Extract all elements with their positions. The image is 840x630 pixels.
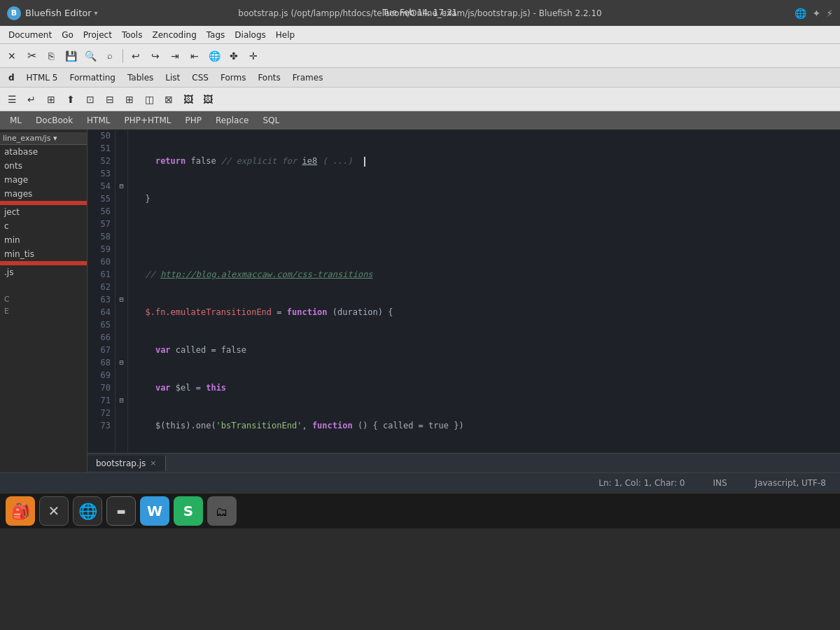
mode-replace[interactable]: Replace: [210, 114, 254, 127]
sidebar-item-ject[interactable]: ject: [0, 205, 87, 219]
mode-html[interactable]: HTML: [81, 114, 115, 127]
menu-document[interactable]: Document: [4, 29, 56, 41]
redo-button[interactable]: ↪: [146, 47, 164, 65]
app-name: Bluefish Editor: [25, 8, 92, 18]
menu-zencoding[interactable]: Zencoding: [148, 29, 200, 41]
code-editor[interactable]: 50 51 52 53 54 55 56 57 58 59 60 61 62 6…: [88, 130, 840, 472]
sidebar-item-min-tis[interactable]: min_tis: [0, 247, 87, 261]
sidebar-item-c[interactable]: c: [0, 219, 87, 233]
app-icon: B: [7, 6, 21, 20]
preview-button[interactable]: 🌐: [205, 47, 223, 65]
sidebar-item-min[interactable]: min: [0, 233, 87, 247]
tab-close-button[interactable]: ×: [150, 458, 156, 468]
menu-go[interactable]: Go: [57, 29, 78, 41]
files-icon: 🗂: [216, 504, 228, 519]
code-line-54: $.fn.emulateTransitionEnd = function (du…: [135, 306, 833, 318]
search2-button[interactable]: ⌕: [101, 47, 119, 65]
sidebar-item-fonts[interactable]: onts: [0, 159, 87, 173]
sidebar-item-database[interactable]: atabase: [0, 145, 87, 159]
taskbar-app-manager[interactable]: 🎒: [6, 496, 35, 526]
tab-fonts[interactable]: Fonts: [252, 71, 286, 84]
taskbar-word[interactable]: W: [140, 496, 169, 526]
code-line-51: }: [135, 192, 833, 205]
mode-sql[interactable]: SQL: [257, 114, 285, 127]
format-btn-1[interactable]: ☰: [3, 90, 21, 108]
settings-icon: ✕: [48, 503, 60, 519]
format-btn-5[interactable]: ⊡: [81, 90, 99, 108]
undo-button[interactable]: ↩: [127, 47, 145, 65]
sidebar-dropdown-label: line_exam/js ▾: [3, 134, 57, 143]
editor-tab-bar: bootstrap.js ×: [88, 453, 840, 472]
tab-frames[interactable]: Frames: [287, 71, 329, 84]
mode-docbook[interactable]: DocBook: [30, 114, 78, 127]
app-manager-icon: 🎒: [11, 503, 30, 520]
save-button[interactable]: 💾: [62, 47, 80, 65]
code-content[interactable]: return false // explicit for ie8 ( ...) …: [128, 130, 840, 453]
line-numbers: 50 51 52 53 54 55 56 57 58 59 60 61 62 6…: [88, 130, 115, 453]
fold-markers: ⊟ ⊟ ⊟ ⊟: [115, 130, 128, 453]
file-sidebar: line_exam/js ▾ atabase onts mage mages j…: [0, 130, 88, 472]
menu-tags[interactable]: Tags: [202, 29, 230, 41]
main-area: line_exam/js ▾ atabase onts mage mages j…: [0, 130, 840, 472]
filebrowser-button[interactable]: ✛: [244, 47, 262, 65]
taskbar-spreadsheet[interactable]: S: [174, 496, 203, 526]
clock: Tue Feb 14, 17:31: [383, 0, 458, 26]
code-line-57: $(this).one('bsTransitionEnd', function …: [135, 419, 833, 432]
bluetooth-icon: ✦: [812, 8, 820, 19]
terminal-icon: ▬: [116, 505, 125, 517]
menu-dialogs[interactable]: Dialogs: [230, 29, 270, 41]
tab-css[interactable]: CSS: [186, 71, 214, 84]
tab-d[interactable]: d: [3, 71, 20, 84]
copy-button[interactable]: ⎘: [42, 47, 60, 65]
tab-list[interactable]: List: [160, 71, 186, 84]
cut-button[interactable]: ✂: [22, 47, 41, 65]
power-icon: ⚡: [826, 8, 833, 19]
menu-tools[interactable]: Tools: [118, 29, 147, 41]
format-btn-11[interactable]: 🖼: [199, 90, 217, 108]
editor-tab-bootstrap[interactable]: bootstrap.js ×: [88, 456, 166, 471]
menu-help[interactable]: Help: [272, 29, 299, 41]
mode-ml[interactable]: ML: [4, 114, 27, 127]
validate-button[interactable]: ✤: [225, 47, 243, 65]
taskbar-settings[interactable]: ✕: [39, 496, 69, 526]
code-line-50: return false // explicit for ie8 ( ...): [135, 155, 833, 167]
format-toolbar: ☰ ↵ ⊞ ⬆ ⊡ ⊟ ⊞ ◫ ⊠ 🖼 🖼: [0, 88, 840, 111]
menu-project[interactable]: Project: [79, 29, 116, 41]
mode-php[interactable]: PHP: [179, 114, 207, 127]
search-button[interactable]: 🔍: [81, 47, 99, 65]
status-bar: Ln: 1, Col: 1, Char: 0 INS Javascript, U…: [0, 472, 840, 492]
format-btn-10[interactable]: 🖼: [179, 90, 197, 108]
title-bar: B Bluefish Editor ▾ bootstrap.js (/opt/l…: [0, 0, 840, 26]
format-btn-2[interactable]: ↵: [22, 90, 41, 108]
format-btn-8[interactable]: ◫: [140, 90, 158, 108]
tab-formatting[interactable]: Formatting: [64, 71, 121, 84]
sidebar-item-js[interactable]: .js: [0, 265, 87, 279]
sidebar-item-image[interactable]: mage: [0, 173, 87, 187]
indent-button[interactable]: ⇥: [166, 47, 184, 65]
sidebar-dropdown[interactable]: line_exam/js ▾: [0, 132, 87, 145]
mode-phphtml[interactable]: PHP+HTML: [119, 114, 177, 127]
tab-html5[interactable]: HTML 5: [21, 71, 64, 84]
format-btn-9[interactable]: ⊠: [160, 90, 178, 108]
tab-tables[interactable]: Tables: [122, 71, 159, 84]
taskbar-terminal[interactable]: ▬: [106, 496, 136, 526]
format-btn-7[interactable]: ⊞: [120, 90, 139, 108]
tab-forms[interactable]: Forms: [215, 71, 251, 84]
new-button[interactable]: ✕: [3, 47, 21, 65]
mode-tabs: ML DocBook HTML PHP+HTML PHP Replace SQL: [0, 111, 840, 130]
format-btn-6[interactable]: ⊟: [101, 90, 119, 108]
app-menu-arrow[interactable]: ▾: [94, 9, 98, 17]
code-line-52: [135, 230, 833, 243]
encoding-label: Javascript, UTF-8: [755, 478, 826, 488]
taskbar-browser[interactable]: 🌐: [73, 496, 102, 526]
outdent-button[interactable]: ⇤: [186, 47, 204, 65]
taskbar-files[interactable]: 🗂: [207, 496, 237, 526]
browser-icon: 🌐: [78, 503, 97, 520]
code-area[interactable]: 50 51 52 53 54 55 56 57 58 59 60 61 62 6…: [88, 130, 840, 453]
taskbar: 🎒 ✕ 🌐 ▬ W S 🗂: [0, 492, 840, 528]
format-btn-4[interactable]: ⬆: [62, 90, 80, 108]
main-toolbar: ✕ ✂ ⎘ 💾 🔍 ⌕ ↩ ↪ ⇥ ⇤ 🌐 ✤ ✛: [0, 44, 840, 68]
sidebar-item-images[interactable]: mages: [0, 187, 87, 201]
html-toolbar: d HTML 5 Formatting Tables List CSS Form…: [0, 68, 840, 88]
format-btn-3[interactable]: ⊞: [42, 90, 60, 108]
